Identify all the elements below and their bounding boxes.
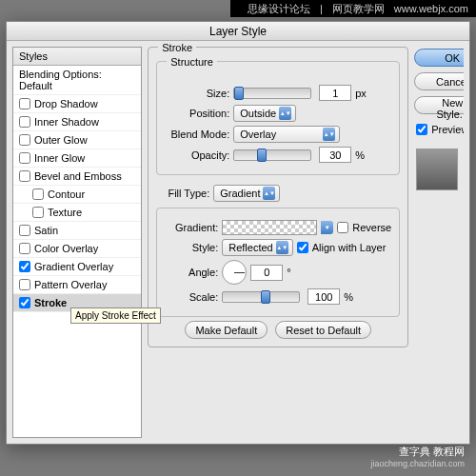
- inner-glow-checkbox[interactable]: [19, 152, 30, 164]
- stroke-checkbox[interactable]: [19, 297, 30, 308]
- reverse-checkbox[interactable]: [337, 222, 348, 233]
- size-input[interactable]: [319, 85, 351, 101]
- contour-checkbox[interactable]: [32, 188, 44, 200]
- texture-checkbox[interactable]: [32, 207, 44, 218]
- size-unit: px: [355, 88, 367, 99]
- reverse-label: Reverse: [352, 222, 391, 233]
- style-item-color-overlay[interactable]: Color Overlay: [13, 240, 141, 258]
- scale-label: Scale:: [165, 291, 218, 303]
- updown-icon: ▲▼: [323, 128, 335, 141]
- dialog-title: Layer Style: [7, 22, 469, 41]
- position-label: Position:: [165, 108, 229, 119]
- style-item-satin[interactable]: Satin: [13, 222, 141, 240]
- style-dropdown[interactable]: Reflected▲▼: [222, 239, 292, 256]
- angle-dial[interactable]: [222, 260, 247, 285]
- style-item-gradient-overlay[interactable]: Gradient Overlay: [13, 258, 141, 276]
- style-item-inner-shadow[interactable]: Inner Shadow: [13, 113, 141, 131]
- blendmode-dropdown[interactable]: Overlay▲▼: [233, 126, 340, 143]
- bevel-emboss-checkbox[interactable]: [19, 170, 30, 182]
- watermark-top: 思缘设计论坛 | 网页教学网 www.webjx.com: [230, 0, 476, 17]
- reset-default-button[interactable]: Reset to Default: [275, 321, 371, 339]
- preview-label: Preview: [431, 124, 464, 135]
- style-item-stroke[interactable]: Stroke Apply Stroke Effect: [13, 294, 141, 312]
- pattern-overlay-checkbox[interactable]: [19, 279, 30, 290]
- watermark-bottom: 查字典 教程网 jiaocheng.chazidian.com: [370, 445, 465, 468]
- opacity-unit: %: [355, 149, 365, 161]
- satin-checkbox[interactable]: [19, 225, 30, 236]
- angle-label: Angle:: [165, 267, 218, 278]
- style-item-texture[interactable]: Texture: [13, 204, 141, 222]
- gradient-picker[interactable]: [222, 220, 317, 235]
- preview-checkbox[interactable]: [416, 124, 427, 135]
- style-item-pattern-overlay[interactable]: Pattern Overlay: [13, 276, 141, 294]
- blendmode-label: Blend Mode:: [165, 129, 229, 140]
- style-item-bevel-emboss[interactable]: Bevel and Emboss: [13, 168, 141, 186]
- styles-panel: Styles Blending Options: Default Drop Sh…: [12, 47, 142, 438]
- opacity-input[interactable]: [319, 147, 351, 163]
- opacity-label: Opacity:: [165, 149, 229, 161]
- filltype-label: Fill Type:: [156, 188, 209, 199]
- stroke-legend: Stroke: [158, 42, 196, 53]
- drop-shadow-checkbox[interactable]: [19, 98, 30, 109]
- style-item-inner-glow[interactable]: Inner Glow: [13, 149, 141, 168]
- position-dropdown[interactable]: Outside▲▼: [233, 105, 296, 122]
- outer-glow-checkbox[interactable]: [19, 134, 30, 146]
- new-style-button[interactable]: New Style...: [414, 96, 464, 114]
- fill-gradient-fieldset: Gradient: ▼ Reverse Style: Reflected▲▼ A…: [156, 208, 400, 317]
- styles-header[interactable]: Styles: [13, 48, 141, 66]
- gradient-label: Gradient:: [165, 222, 218, 233]
- style-item-outer-glow[interactable]: Outer Glow: [13, 131, 141, 149]
- size-slider[interactable]: [233, 88, 311, 99]
- preview-toggle[interactable]: Preview: [416, 124, 462, 135]
- align-checkbox[interactable]: [297, 242, 308, 253]
- opacity-slider[interactable]: [233, 149, 311, 161]
- scale-input[interactable]: [307, 288, 340, 305]
- align-label: Align with Layer: [312, 242, 387, 253]
- color-overlay-checkbox[interactable]: [19, 243, 30, 254]
- right-button-panel: OK Cancel New Style... Preview: [414, 47, 464, 438]
- filltype-dropdown[interactable]: Gradient▲▼: [213, 185, 280, 202]
- updown-icon: ▲▼: [279, 107, 291, 120]
- style-item-contour[interactable]: Contour: [13, 186, 141, 204]
- inner-shadow-checkbox[interactable]: [19, 116, 30, 128]
- ok-button[interactable]: OK: [414, 49, 464, 67]
- angle-input[interactable]: [250, 265, 283, 281]
- make-default-button[interactable]: Make Default: [185, 321, 268, 339]
- updown-icon: ▲▼: [263, 187, 275, 200]
- size-label: Size:: [165, 88, 229, 99]
- updown-icon: ▲▼: [276, 241, 288, 254]
- stroke-fieldset: Stroke Structure Size: px Position: Outs…: [148, 47, 408, 347]
- stroke-options-panel: Stroke Structure Size: px Position: Outs…: [148, 47, 408, 438]
- preview-swatch: [416, 149, 458, 190]
- structure-fieldset: Structure Size: px Position: Outside▲▼ B…: [156, 61, 400, 175]
- scale-slider[interactable]: [222, 291, 300, 303]
- style-label: Style:: [165, 242, 218, 253]
- angle-unit: °: [287, 267, 290, 278]
- structure-legend: Structure: [167, 56, 217, 68]
- blending-options-item[interactable]: Blending Options: Default: [13, 66, 141, 95]
- gradient-dropdown-arrow[interactable]: ▼: [321, 221, 333, 234]
- layer-style-dialog: Layer Style Styles Blending Options: Def…: [6, 21, 470, 445]
- cancel-button[interactable]: Cancel: [414, 72, 464, 90]
- style-item-drop-shadow[interactable]: Drop Shadow: [13, 95, 141, 113]
- gradient-overlay-checkbox[interactable]: [19, 261, 30, 272]
- scale-unit: %: [344, 291, 353, 303]
- stroke-tooltip: Apply Stroke Effect: [70, 307, 161, 324]
